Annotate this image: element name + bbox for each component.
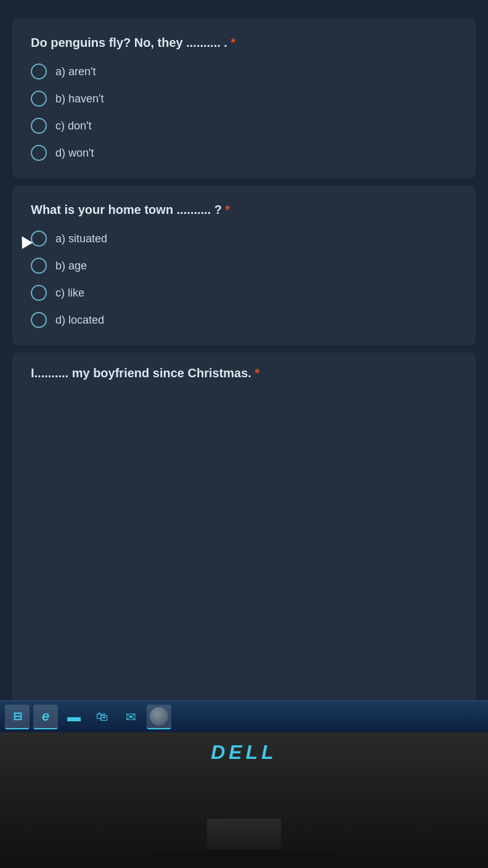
- radio-q1a[interactable]: [31, 63, 47, 80]
- radio-q1b[interactable]: [31, 91, 47, 107]
- option-q1d[interactable]: d) won't: [31, 145, 457, 161]
- question-2-options: a) situated b) age c) like d) located: [31, 231, 457, 328]
- option-q2b[interactable]: b) age: [31, 258, 457, 274]
- snap-taskbar-btn[interactable]: ⊟: [5, 705, 30, 729]
- question-3-partial-card: I.......... my boyfriend since Christmas…: [12, 353, 476, 732]
- question-2-text: What is your home town .......... ? *: [31, 203, 457, 217]
- monitor-base: [152, 850, 336, 868]
- mail-taskbar-btn[interactable]: ✉: [118, 705, 143, 729]
- question-2-card: What is your home town .......... ? * a)…: [12, 186, 476, 345]
- snap-icon: ⊟: [13, 710, 22, 723]
- option-q1c[interactable]: c) don't: [31, 118, 457, 134]
- option-q1a[interactable]: a) aren't: [31, 63, 457, 80]
- radio-q2b[interactable]: [31, 258, 47, 274]
- required-star-3: *: [254, 366, 259, 380]
- option-q2a-label: a) situated: [55, 232, 107, 245]
- required-star-2: *: [226, 203, 230, 216]
- folder-taskbar-btn[interactable]: ▬: [62, 705, 86, 729]
- question-1-text: Do penguins fly? No, they .......... . *: [31, 36, 457, 50]
- user-taskbar-btn[interactable]: [147, 705, 171, 729]
- radio-q1c[interactable]: [31, 118, 47, 134]
- radio-q2a[interactable]: [31, 231, 47, 247]
- option-q1b[interactable]: b) haven't: [31, 91, 457, 107]
- option-q1a-label: a) aren't: [55, 65, 96, 78]
- option-q1b-label: b) haven't: [55, 92, 104, 105]
- option-q1c-label: c) don't: [55, 120, 91, 133]
- radio-q1d[interactable]: [31, 145, 47, 161]
- required-star-1: *: [230, 36, 235, 49]
- screen: Do penguins fly? No, they .......... . *…: [0, 0, 488, 732]
- option-q1d-label: d) won't: [55, 147, 94, 160]
- option-q2c[interactable]: c) like: [31, 285, 457, 301]
- option-q2a[interactable]: a) situated: [31, 231, 457, 247]
- monitor-bezel: DELL: [0, 732, 488, 868]
- user-avatar-icon: [150, 707, 168, 726]
- folder-icon: ▬: [67, 709, 81, 725]
- question-1-card: Do penguins fly? No, they .......... . *…: [12, 18, 476, 178]
- option-q2b-label: b) age: [55, 260, 87, 272]
- store-icon: 🛍: [96, 710, 108, 724]
- edge-icon: e: [42, 708, 49, 724]
- dell-logo: DELL: [211, 741, 277, 764]
- radio-q2c[interactable]: [31, 285, 47, 301]
- question-1-options: a) aren't b) haven't c) don't d) won't: [31, 63, 457, 161]
- radio-q2d[interactable]: [31, 312, 47, 328]
- mail-icon: ✉: [126, 710, 136, 724]
- option-q2d-label: d) located: [55, 314, 104, 327]
- question-3-partial-text: I.......... my boyfriend since Christmas…: [31, 366, 457, 380]
- option-q2c-label: c) like: [55, 287, 84, 300]
- store-taskbar-btn[interactable]: 🛍: [90, 705, 115, 729]
- option-q2d[interactable]: d) located: [31, 312, 457, 328]
- edge-taskbar-btn[interactable]: e: [33, 705, 58, 729]
- taskbar: ⊟ e ▬ 🛍 ✉: [0, 700, 488, 732]
